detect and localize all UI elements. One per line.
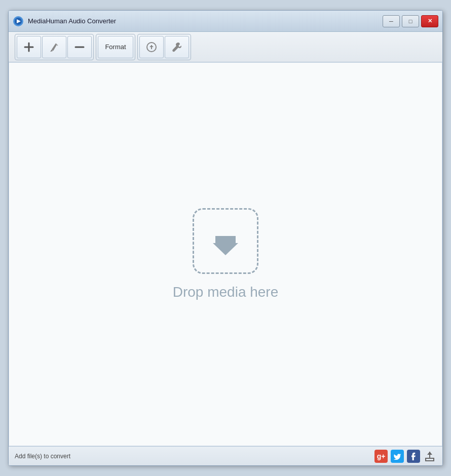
- main-window: MediaHuman Audio Converter ─ □ ✕: [8, 10, 443, 466]
- clear-button[interactable]: [42, 36, 66, 58]
- svg-rect-14: [425, 460, 434, 461]
- drop-area[interactable]: Drop media here: [9, 62, 442, 446]
- social-icons: g+: [374, 450, 436, 463]
- toolbar-format-group: Format: [96, 34, 135, 60]
- wrench-icon: [171, 42, 182, 53]
- download-arrow-icon: [210, 226, 241, 256]
- share-button[interactable]: [423, 450, 436, 463]
- drop-media-label: Drop media here: [173, 284, 279, 300]
- minus-icon: [74, 42, 85, 53]
- convert-button[interactable]: [139, 36, 164, 58]
- app-icon: [13, 16, 24, 27]
- svg-marker-10: [213, 243, 238, 255]
- share-icon: [424, 451, 435, 462]
- twitter-icon: [393, 453, 401, 460]
- window-controls: ─ □ ✕: [383, 15, 438, 27]
- status-text: Add file(s) to convert: [15, 453, 374, 460]
- toolbar: Format: [9, 32, 442, 62]
- settings-button[interactable]: [165, 36, 189, 58]
- toolbar-left-group: [15, 34, 94, 60]
- svg-rect-11: [425, 458, 434, 459]
- add-file-button[interactable]: [17, 36, 41, 58]
- convert-icon: [146, 42, 157, 53]
- status-bar: Add file(s) to convert g+: [9, 446, 442, 465]
- broom-icon: [49, 42, 60, 53]
- facebook-icon: [411, 452, 416, 460]
- format-button[interactable]: Format: [98, 36, 133, 58]
- toolbar-right-group: [137, 34, 191, 60]
- minimize-button[interactable]: ─: [383, 15, 400, 27]
- drop-zone-icon: [193, 208, 258, 274]
- twitter-button[interactable]: [391, 450, 404, 463]
- window-title: MediaHuman Audio Converter: [28, 17, 383, 25]
- close-button[interactable]: ✕: [421, 15, 438, 27]
- google-plus-button[interactable]: g+: [374, 450, 388, 463]
- svg-marker-16: [427, 452, 432, 455]
- remove-button[interactable]: [67, 36, 92, 58]
- plus-icon: [23, 42, 34, 53]
- maximize-button[interactable]: □: [402, 15, 419, 27]
- title-bar: MediaHuman Audio Converter ─ □ ✕: [9, 11, 442, 32]
- facebook-button[interactable]: [407, 450, 420, 463]
